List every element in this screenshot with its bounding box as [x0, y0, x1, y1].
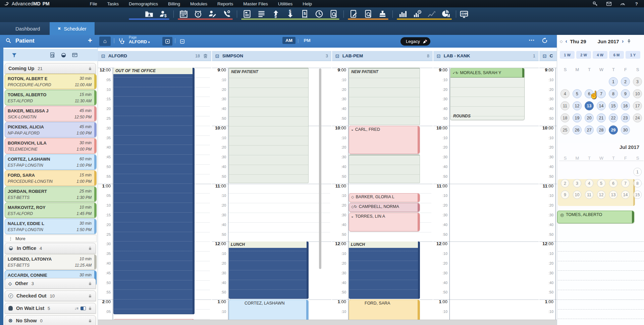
- blocked-time-event[interactable]: OUT OF THE OFFICE: [113, 68, 195, 314]
- doc-edit-icon[interactable]: [349, 9, 358, 18]
- section-header-on-wait-list[interactable]: On Wait List5↓≡: [5, 303, 96, 314]
- template-block[interactable]: NEW PATIENT: [229, 68, 309, 183]
- section-header-no-show[interactable]: ⊗No Show0: [5, 315, 96, 325]
- lock-icon[interactable]: [88, 66, 92, 71]
- calendar-day-jul-5[interactable]: 5: [597, 179, 605, 187]
- chart-pie-icon[interactable]: [441, 9, 450, 18]
- calendar-day-jul-10[interactable]: 10: [573, 191, 581, 199]
- find-appointment-icon[interactable]: [49, 52, 55, 58]
- card-view-icon[interactable]: [72, 52, 78, 58]
- calendar-day-jul-3[interactable]: 3: [573, 179, 581, 187]
- section-header-checked-out[interactable]: ✓Checked Out10: [5, 290, 96, 301]
- calendar-day-jul-1[interactable]: 1: [633, 168, 642, 176]
- calendar-day-8[interactable]: 8: [609, 89, 618, 98]
- appointment-card[interactable]: BAKER, MELISSA J45 minSICK-LONGTIN12:50 …: [5, 106, 97, 121]
- status-icon[interactable]: [61, 52, 66, 58]
- pin-icon[interactable]: [626, 39, 631, 44]
- range-button-1w[interactable]: 1 W: [560, 51, 575, 59]
- tomes-appointment[interactable]: ◎ TOMES, ALBERTO: [557, 211, 634, 223]
- calendar-day-1[interactable]: 1: [609, 77, 618, 86]
- close-tab-icon[interactable]: ✖: [58, 26, 61, 31]
- calendar-day-10[interactable]: 10: [633, 89, 642, 98]
- template-block[interactable]: NEW PATIENT: [349, 68, 420, 125]
- ehr-icon[interactable]: EHR: [460, 10, 469, 19]
- calendar-day-jul-13[interactable]: 13: [609, 191, 618, 199]
- column-header[interactable]: ⊡LAB-PEM8: [332, 51, 433, 61]
- appointment-card[interactable]: TOMES, ALBERTO15 minEST-ALFORD11:30 AM: [5, 90, 97, 105]
- calendar-day-28[interactable]: 28: [597, 125, 606, 134]
- calendar-day-jul-11[interactable]: 11: [585, 191, 593, 199]
- charge-up-icon[interactable]: $: [271, 9, 280, 18]
- calendar-day-23[interactable]: 23: [621, 113, 630, 122]
- patient-chart-icon[interactable]: [145, 9, 154, 18]
- lock-icon[interactable]: [88, 306, 92, 311]
- legacy-button[interactable]: Legacy: [400, 37, 430, 46]
- calendar-day-15[interactable]: 15: [609, 101, 618, 110]
- calendar-day-2[interactable]: 2: [621, 77, 630, 86]
- calendar-day-21[interactable]: 21: [597, 113, 606, 122]
- appointment-card[interactable]: MARKOVITZ, ROY10 minEST-ALFORD1:45 PM: [5, 203, 97, 218]
- calendar-day-12[interactable]: 12: [573, 101, 582, 110]
- calendar-day-18[interactable]: 18: [560, 113, 570, 122]
- range-button-1y[interactable]: 1 Y: [626, 51, 640, 59]
- menu-item-reports[interactable]: Reports: [217, 1, 233, 6]
- trash-icon[interactable]: [203, 53, 208, 58]
- calendar-day-24[interactable]: 24: [633, 113, 642, 122]
- clock-icon[interactable]: [315, 9, 324, 18]
- tab-dashboard[interactable]: Dashboard: [6, 22, 49, 35]
- column-header[interactable]: ⊡ALFORD18: [98, 51, 211, 61]
- calendar-day-jul-9[interactable]: 9: [561, 191, 569, 199]
- charge-down-icon[interactable]: $: [286, 9, 295, 18]
- calendar-day-3[interactable]: 3: [633, 77, 642, 86]
- column-header[interactable]: ⊡LAB - KANK1: [433, 51, 539, 61]
- lock-icon[interactable]: [88, 294, 92, 298]
- column-view-icon[interactable]: ⊡: [543, 53, 547, 59]
- calendar-day-27[interactable]: 27: [585, 125, 594, 134]
- appointment-card[interactable]: LORENZO, LATONYA10 minEST-BETTS11:25 AM: [5, 254, 97, 270]
- calendar-day-20[interactable]: 20: [585, 113, 594, 122]
- calendar-day-16[interactable]: 16: [621, 101, 630, 110]
- range-button-4w[interactable]: 4 W: [593, 51, 607, 59]
- chart-trend-icon[interactable]: [427, 9, 436, 18]
- stamp-icon[interactable]: [378, 9, 387, 18]
- calendar-day-29[interactable]: 29: [609, 125, 618, 134]
- column-view-icon[interactable]: ⊡: [101, 53, 105, 59]
- menu-item-billing[interactable]: Billing: [168, 1, 180, 6]
- patient-icon[interactable]: undefined: [130, 9, 139, 18]
- menu-item-demographics[interactable]: Demographics: [129, 1, 158, 6]
- range-button-6m[interactable]: 6 M: [609, 51, 624, 59]
- menu-item-help[interactable]: Help: [303, 1, 312, 6]
- calendar-icon[interactable]: [179, 9, 188, 18]
- coming-up-header[interactable]: Coming Up 21: [5, 63, 96, 74]
- doc-search-icon[interactable]: [329, 9, 338, 18]
- more-link[interactable]: ⋮ More: [5, 235, 97, 242]
- appointment-event[interactable]: ◒TORRES, LIN A: [349, 213, 420, 231]
- search-icon[interactable]: [5, 38, 11, 44]
- appointment-card[interactable]: FORD, SARA15 minPROCEDURE-LONGTIN1:00 PM: [5, 170, 97, 186]
- appointment-card[interactable]: CORTEZ, LASHAWN60 minEST-PAP LONGTIN1:00…: [5, 154, 97, 170]
- pm-button[interactable]: PM: [301, 37, 314, 44]
- column-header[interactable]: ⊡SIMPSON3: [212, 51, 331, 61]
- calendar-day-11[interactable]: 11: [560, 101, 570, 110]
- menu-item-utilities[interactable]: Utilities: [278, 1, 293, 6]
- more-options-icon[interactable]: ⋯: [529, 37, 535, 44]
- menu-item-file[interactable]: File: [90, 1, 97, 6]
- calendar-day-19[interactable]: 19: [573, 113, 582, 122]
- calendar-day-30[interactable]: 30: [621, 125, 630, 134]
- receipt-icon[interactable]: $: [300, 9, 309, 18]
- phone-icon[interactable]: [222, 9, 231, 18]
- calendar-day-jul-15[interactable]: 15: [633, 191, 642, 199]
- appointment-event[interactable]: ◒CARL, FRED: [349, 126, 420, 154]
- blocked-time-event[interactable]: LUNCH: [349, 241, 420, 299]
- appointment-card[interactable]: BORKOVICH, LILA30 minTELEMEDICINE1:00 PM: [5, 138, 97, 154]
- calendar-day-17[interactable]: 17: [633, 101, 642, 110]
- patient-pay-icon[interactable]: $: [159, 9, 168, 18]
- appointment-card[interactable]: PICKENS, ALICIA45 minNP-PAP ALFORD1:00 P…: [5, 122, 97, 138]
- chart-sched-icon[interactable]: [413, 9, 422, 18]
- next-day-icon[interactable]: ›: [622, 38, 624, 45]
- calendar-day-26[interactable]: 26: [573, 125, 582, 134]
- filter-icon[interactable]: [11, 52, 17, 58]
- template-block[interactable]: [349, 155, 420, 183]
- appointment-card[interactable]: JORDAN, ROBERT25 minEST-BETTS1:30 PM: [5, 186, 97, 202]
- lock-icon[interactable]: [88, 319, 92, 323]
